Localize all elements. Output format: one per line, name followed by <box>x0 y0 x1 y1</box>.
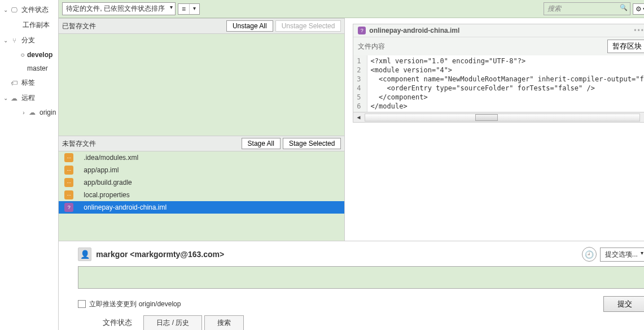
sidebar-branches[interactable]: ⌄ ⑂ 分支 <box>0 33 58 48</box>
push-checkbox-label: 立即推送变更到 origin/develop <box>89 299 181 309</box>
horizontal-scrollbar[interactable]: ◄ ► <box>353 112 644 122</box>
staged-files-list <box>59 34 344 136</box>
cloud-icon: ☁ <box>9 94 19 102</box>
unstaged-files-list: ···.idea/modules.xml···app/app.iml···app… <box>59 151 344 241</box>
unstage-selected-button[interactable]: Unstage Selected <box>275 20 341 32</box>
sidebar-branch-master[interactable]: master <box>0 62 58 75</box>
file-name: local.properties <box>84 191 129 199</box>
main-area: 待定的文件, 已依照文件状态排序 ≡ ▾ 搜索 ⚙ ▾ 已暂存文件 Unstag… <box>59 0 644 330</box>
list-view-icon[interactable]: ≡ <box>178 4 190 14</box>
tab-file-status-label: 文件状态 <box>94 315 141 330</box>
file-unknown-icon: ? <box>358 27 366 34</box>
file-row[interactable]: ···.idea/modules.xml <box>59 151 344 164</box>
push-checkbox[interactable] <box>78 300 86 308</box>
clock-icon[interactable]: 🕘 <box>582 247 597 262</box>
search-input[interactable]: 搜索 <box>544 2 630 15</box>
file-modified-icon: ··· <box>64 166 73 175</box>
code-view: 1 2 3 4 5 6 <?xml version="1.0" encoding… <box>353 55 644 112</box>
file-row[interactable]: ···local.properties <box>59 189 344 201</box>
chevron-right-icon: › <box>20 110 27 116</box>
commit-panel: 👤 markgor <markgormty@163.com> 🕘 提交选项...… <box>59 241 644 330</box>
scroll-left-icon[interactable]: ◄ <box>353 114 363 120</box>
chevron-down-icon: ⌄ <box>2 95 9 101</box>
settings-button[interactable]: ⚙ ▾ <box>633 3 644 15</box>
file-name: onlinepay-android-china.iml <box>84 203 167 211</box>
file-modified-icon: ··· <box>64 153 73 162</box>
scroll-thumb[interactable] <box>475 114 498 121</box>
sidebar-remote-origin[interactable]: › ☁ origin <box>0 106 58 119</box>
file-modified-icon: ··· <box>64 190 73 199</box>
chevron-down-icon: ⌄ <box>2 7 9 13</box>
staged-header: 已暂存文件 Unstage All Unstage Selected <box>59 18 344 34</box>
file-unknown-icon: ? <box>64 203 73 212</box>
stage-hunk-button[interactable]: 暂存区块 <box>607 40 644 53</box>
toolbar: 待定的文件, 已依照文件状态排序 ≡ ▾ 搜索 ⚙ ▾ <box>59 0 644 18</box>
diff-pane: ? onlinepay-android-china.iml ••• 文件内容 暂… <box>345 18 644 241</box>
sidebar-tags[interactable]: 🏷 标签 <box>0 75 58 90</box>
line-numbers: 1 2 3 4 5 6 <box>353 55 367 112</box>
bottom-tabs: 文件状态 日志 / 历史 搜索 <box>78 316 644 330</box>
file-modified-icon: ··· <box>64 178 73 187</box>
sidebar-branch-develop[interactable]: ○ develop <box>0 48 58 62</box>
commit-message-input[interactable] <box>78 266 644 289</box>
cloud-icon: ☁ <box>27 108 37 116</box>
gear-icon: ⚙ <box>636 5 642 13</box>
unstage-all-button[interactable]: Unstage All <box>226 20 273 32</box>
sidebar-remotes[interactable]: ⌄ ☁ 远程 <box>0 90 58 106</box>
tab-search[interactable]: 搜索 <box>204 315 244 330</box>
current-branch-icon: ○ <box>20 51 25 59</box>
dropdown-caret-icon[interactable]: ▾ <box>190 4 199 14</box>
chevron-down-icon: ⌄ <box>2 37 9 44</box>
commit-options-button[interactable]: 提交选项... <box>600 248 644 262</box>
file-row[interactable]: ···app/build.gradle <box>59 176 344 189</box>
commit-button[interactable]: 提交 <box>603 296 644 312</box>
avatar: 👤 <box>78 248 91 261</box>
file-row[interactable]: ?onlinepay-android-china.iml <box>59 201 344 214</box>
file-name: app/build.gradle <box>84 179 132 186</box>
tab-log[interactable]: 日志 / 历史 <box>143 315 202 330</box>
sidebar-file-status[interactable]: ⌄ 🖵 文件状态 <box>0 2 58 18</box>
sort-dropdown[interactable]: 待定的文件, 已依照文件状态排序 <box>62 2 176 15</box>
stage-all-button[interactable]: Stage All <box>242 138 281 149</box>
file-name: .idea/modules.xml <box>84 154 138 162</box>
view-mode-group: ≡ ▾ <box>178 3 200 15</box>
sidebar: ⌄ 🖵 文件状态 工作副本 ⌄ ⑂ 分支 ○ develop master 🏷 … <box>0 0 59 330</box>
branch-icon: ⑂ <box>9 37 19 45</box>
stage-pane: 已暂存文件 Unstage All Unstage Selected 未暂存文件… <box>59 18 345 241</box>
stage-selected-button[interactable]: Stage Selected <box>283 138 341 149</box>
file-name: app/app.iml <box>84 166 119 174</box>
scroll-right-icon[interactable]: ► <box>641 114 644 120</box>
diff-file-header: ? onlinepay-android-china.iml ••• <box>353 24 644 37</box>
code-content: <?xml version="1.0" encoding="UTF-8"?> <… <box>367 55 644 112</box>
file-row[interactable]: ···app/app.iml <box>59 164 344 176</box>
sidebar-working-copy[interactable]: 工作副本 <box>0 18 58 33</box>
monitor-icon: 🖵 <box>9 6 19 14</box>
unstaged-header: 未暂存文件 Stage All Stage Selected <box>59 136 344 151</box>
diff-menu-icon[interactable]: ••• <box>632 27 644 34</box>
commit-author: markgor <markgormty@163.com> <box>96 250 224 259</box>
tag-icon: 🏷 <box>9 79 19 87</box>
